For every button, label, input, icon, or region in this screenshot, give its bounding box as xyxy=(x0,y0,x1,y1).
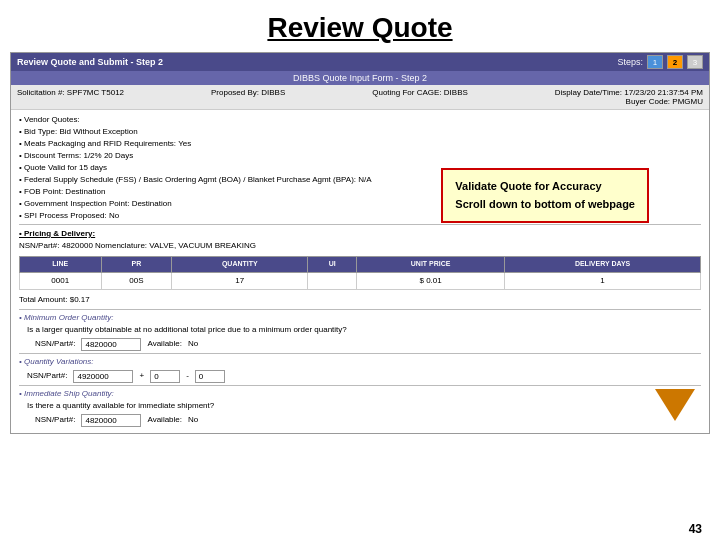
col-delivery-days: DELIVERY DAYS xyxy=(505,257,701,273)
divider-1 xyxy=(19,224,701,225)
total-row: Total Amount: $0.17 xyxy=(19,294,701,306)
buyer-code-label: Buyer Code: xyxy=(626,97,670,106)
form-content: • Vendor Quotes: • Bid Type: Bid Without… xyxy=(11,110,709,433)
discount-line: • Discount Terms: 1/2% 20 Days xyxy=(19,150,701,162)
col-pr: PR xyxy=(101,257,172,273)
nsn-part2-label: NSN/Part#: xyxy=(27,370,67,382)
steps-area: Steps: 1 2 3 xyxy=(617,55,703,69)
cell-line: 0001 xyxy=(20,272,102,289)
page-title: Review Quote xyxy=(267,12,452,43)
qty-var-title[interactable]: • Quantity Variations: xyxy=(19,357,94,366)
step-2-button[interactable]: 2 xyxy=(667,55,683,69)
date-buyer-block: Display Date/Time: 17/23/20 21:37:54 PM … xyxy=(555,88,703,106)
pricing-table: LINE PR QUANTITY UI UNIT PRICE DELIVERY … xyxy=(19,256,701,290)
display-datetime: Display Date/Time: 17/23/20 21:37:54 PM xyxy=(555,88,703,97)
tooltip-line1: Validate Quote for Accuracy xyxy=(455,178,635,196)
min-order-form: NSN/Part#: Available: No xyxy=(35,338,701,351)
arrow-down-icon xyxy=(655,389,695,421)
vendor-line: • Vendor Quotes: xyxy=(19,114,701,126)
sub-bar: DIBBS Quote Input Form - Step 2 xyxy=(11,71,709,85)
plus-label: + xyxy=(139,370,144,382)
quoting-cage-label: Quoting For CAGE: xyxy=(372,88,441,97)
meats-line: • Meats Packaging and RFID Requirements:… xyxy=(19,138,701,150)
min-order-section: • Minimum Order Quantity: Is a larger qu… xyxy=(19,312,701,351)
table-header-row: LINE PR QUANTITY UI UNIT PRICE DELIVERY … xyxy=(20,257,701,273)
available-value: No xyxy=(188,338,198,350)
min-order-content: Is a larger quantity obtainable at no ad… xyxy=(19,324,701,351)
top-bar-title: Review Quote and Submit - Step 2 xyxy=(17,57,163,67)
cell-delivery-days: 1 xyxy=(505,272,701,289)
col-quantity: QUANTITY xyxy=(172,257,308,273)
nsn-part2-input[interactable] xyxy=(73,370,133,383)
divider-4 xyxy=(19,385,701,386)
col-unit-price: UNIT PRICE xyxy=(357,257,505,273)
step-3-button[interactable]: 3 xyxy=(687,55,703,69)
tooltip-line2: Scroll down to bottom of webpage xyxy=(455,196,635,214)
immediate-form: NSN/Part#: Available: No xyxy=(35,414,701,427)
page-title-area: Review Quote xyxy=(0,0,720,52)
available3-value: No xyxy=(188,414,198,426)
cell-ui xyxy=(308,272,357,289)
nsn-part-label: NSN/Part#: xyxy=(35,338,75,350)
col-ui: UI xyxy=(308,257,357,273)
proposed-by-label: Proposed By: xyxy=(211,88,259,97)
content-frame: Review Quote and Submit - Step 2 Steps: … xyxy=(10,52,710,434)
steps-label: Steps: xyxy=(617,57,643,67)
nsn-part3-label: NSN/Part#: xyxy=(35,414,75,426)
arrow-container xyxy=(655,389,695,421)
tooltip-box: Validate Quote for Accuracy Scroll down … xyxy=(441,168,649,223)
nsn-part-input[interactable] xyxy=(81,338,141,351)
quoting-cage-value: DIBBS xyxy=(444,88,468,97)
proposed-by-block: Proposed By: DIBBS xyxy=(211,88,285,106)
pricing-heading: • Pricing & Delivery: xyxy=(19,228,701,240)
vendor-label: • Vendor Quotes: xyxy=(19,115,80,124)
solicitation-block: Solicitation #: SPF7MC T5012 xyxy=(17,88,124,106)
bid-type-line: • Bid Type: Bid Without Exception xyxy=(19,126,701,138)
col-line: LINE xyxy=(20,257,102,273)
minus-label: - xyxy=(186,370,189,382)
min-order-question: Is a larger quantity obtainable at no ad… xyxy=(27,324,701,336)
qty-var-section: • Quantity Variations: NSN/Part#: + - xyxy=(19,356,701,383)
top-bar: Review Quote and Submit - Step 2 Steps: … xyxy=(11,53,709,71)
buyer-code-value: PMGMU xyxy=(672,97,703,106)
qty-var-form: NSN/Part#: + - xyxy=(27,370,701,383)
quoting-cage-block: Quoting For CAGE: DIBBS xyxy=(372,88,468,106)
available-label: Available: xyxy=(147,338,182,350)
proposed-by-value: DIBBS xyxy=(261,88,285,97)
nsn-row: NSN/Part#: 4820000 Nomenclature: VALVE, … xyxy=(19,240,701,252)
minus-input[interactable] xyxy=(195,370,225,383)
immediate-ship-title[interactable]: • Immediate Ship Quantity: xyxy=(19,389,114,398)
immediate-ship-section: • Immediate Ship Quantity: Is there a qu… xyxy=(19,388,701,427)
buyer-code-block: Buyer Code: PMGMU xyxy=(555,97,703,106)
min-order-title[interactable]: • Minimum Order Quantity: xyxy=(19,313,113,322)
solicitation-label: Solicitation #: xyxy=(17,88,65,97)
immediate-ship-content: Is there a quantity available for immedi… xyxy=(19,400,701,427)
table-container: LINE PR QUANTITY UI UNIT PRICE DELIVERY … xyxy=(19,256,701,290)
available3-label: Available: xyxy=(147,414,182,426)
cell-quantity: 17 xyxy=(172,272,308,289)
solicitation-value: SPF7MC T5012 xyxy=(67,88,124,97)
sub-bar-text: DIBBS Quote Input Form - Step 2 xyxy=(293,73,427,83)
divider-3 xyxy=(19,353,701,354)
page-number: 43 xyxy=(689,522,702,536)
plus-input[interactable] xyxy=(150,370,180,383)
immediate-question: Is there a quantity available for immedi… xyxy=(27,400,701,412)
nsn-part3-input[interactable] xyxy=(81,414,141,427)
step-1-button[interactable]: 1 xyxy=(647,55,663,69)
cell-unit-price: $ 0.01 xyxy=(357,272,505,289)
header-info: Solicitation #: SPF7MC T5012 Proposed By… xyxy=(11,85,709,110)
divider-2 xyxy=(19,309,701,310)
table-row: 0001 00S 17 $ 0.01 1 xyxy=(20,272,701,289)
cell-pr: 00S xyxy=(101,272,172,289)
